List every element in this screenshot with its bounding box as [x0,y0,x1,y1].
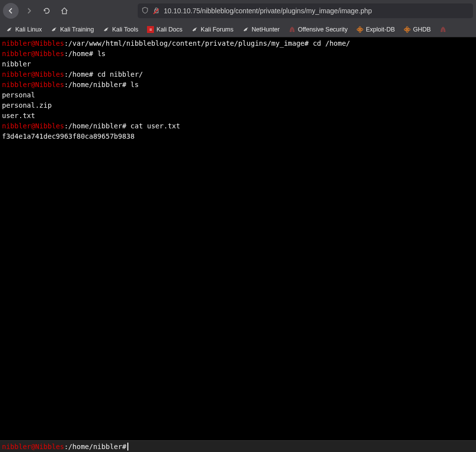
url-text: 10.10.10.75/nibbleblog/content/private/p… [164,7,372,15]
prompt-user: nibbler@Nibbles [2,81,64,89]
terminal-line: nibbler@Nibbles:/home/nibbler# ls [2,80,474,90]
terminal-line: personal.zip [2,100,474,111]
bookmark-label: Exploit-DB [366,26,395,33]
terminal-line: nibbler@Nibbles:/home# ls [2,49,474,59]
kali-dragon-icon [51,26,58,33]
bookmarks-bar: Kali LinuxKali TrainingKali Tools≡Kali D… [0,22,476,37]
output-text: personal [2,91,35,99]
prompt-path: :/home# [64,50,97,58]
prompt-user: nibbler@Nibbles [2,122,64,130]
command-text: cd nibbler/ [97,70,143,78]
terminal-line: personal [2,90,474,100]
offsec-icon [289,26,296,33]
kali-dragon-icon [242,26,249,33]
reload-icon [43,7,51,15]
bookmark-label: NetHunter [252,26,280,33]
forward-button[interactable] [21,2,37,19]
terminal-prompt-bar[interactable]: nibbler@Nibbles:/home/nibbler# [0,440,476,452]
svg-point-6 [407,29,408,30]
command-text: ls [130,81,139,89]
address-bar[interactable]: 10.10.10.75/nibbleblog/content/private/p… [138,3,473,18]
prompt-user: nibbler@Nibbles [2,39,64,47]
insecure-lock-icon [152,7,160,15]
prompt-user: nibbler@Nibbles [2,443,64,451]
terminal-line: nibbler@Nibbles:/var/www/html/nibbleblog… [2,38,474,49]
exploit-db-icon [404,26,411,33]
browser-chrome: 10.10.10.75/nibbleblog/content/private/p… [0,0,476,37]
bookmark-item[interactable]: Kali Linux [3,25,45,34]
prompt-path: :/home/nibbler# [64,443,126,451]
home-icon [60,7,68,15]
arrow-right-icon [25,7,33,15]
bookmark-item[interactable]: Kali Forums [188,25,237,34]
bookmark-label: Offensive Security [298,26,348,33]
kali-dragon-icon [6,26,13,33]
prompt-path: :/var/www/html/nibbleblog/content/privat… [64,39,313,47]
command-text: ls [97,50,106,58]
bookmark-item[interactable]: NetHunter [239,25,283,34]
bookmark-item[interactable]: Kali Training [48,25,97,34]
arrow-left-icon [7,7,15,15]
offsec-icon [440,26,446,33]
terminal-line: f3d4e1a741dec9963f80ca89657b9838 [2,131,474,142]
prompt-path: :/home/nibbler# [64,81,130,89]
output-text: f3d4e1a741dec9963f80ca89657b9838 [2,132,135,140]
navigation-bar: 10.10.10.75/nibbleblog/content/private/p… [0,0,476,22]
terminal-line: user.txt [2,111,474,121]
output-text: nibbler [2,60,31,68]
bookmark-item[interactable]: Offensive Security [286,25,351,34]
output-text: personal.zip [2,101,52,109]
terminal-line: nibbler [2,59,474,69]
bookmark-item[interactable]: Kali Tools [100,25,141,34]
bookmark-label: GHDB [413,26,431,33]
home-button[interactable] [56,2,73,19]
terminal-output[interactable]: nibbler@Nibbles:/var/www/html/nibbleblog… [0,37,476,436]
back-button[interactable] [3,3,19,19]
bookmark-item[interactable]: GHDB [401,25,434,34]
bookmark-label: Kali Linux [15,26,42,33]
terminal-line: nibbler@Nibbles:/home/nibbler# cat user.… [2,121,474,131]
command-text: cd /home/ [313,39,350,47]
kali-dragon-icon [103,26,110,33]
terminal-line: nibbler@Nibbles:/home# cd nibbler/ [2,69,474,80]
kali-docs-icon: ≡ [147,26,154,33]
command-text: cat user.txt [130,122,180,130]
bookmark-label: Kali Forums [201,26,234,33]
bookmark-label: Kali Tools [112,26,138,33]
prompt-user: nibbler@Nibbles [2,70,64,78]
output-text: user.txt [2,112,35,120]
kali-dragon-icon [191,26,198,33]
bookmark-label: Kali Training [60,26,94,33]
bookmark-label: Kali Docs [156,26,182,33]
bookmark-item[interactable]: Exploit-DB [354,25,398,34]
bookmark-item[interactable] [437,25,446,34]
prompt-user: nibbler@Nibbles [2,50,64,58]
bookmark-item[interactable]: ≡Kali Docs [144,25,185,34]
svg-point-3 [359,29,361,30]
shield-icon [142,7,149,15]
exploit-db-icon [357,26,363,33]
prompt-path: :/home# [64,70,97,78]
reload-button[interactable] [38,2,55,19]
prompt-path: :/home/nibbler# [64,122,130,130]
cursor-icon [127,443,128,451]
